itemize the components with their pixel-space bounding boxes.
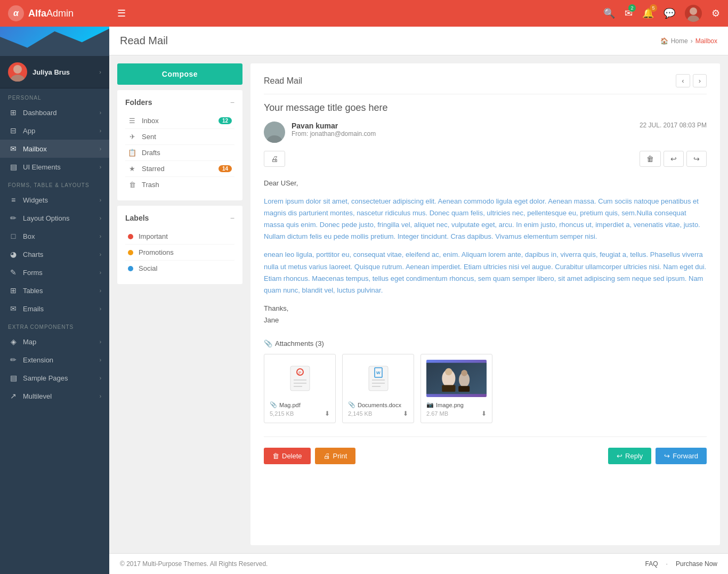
folders-title: Folders	[125, 98, 152, 107]
mailbox-icon: ✉	[8, 144, 19, 153]
mail-prev-button[interactable]: ‹	[676, 74, 690, 87]
compose-button[interactable]: Compose	[117, 63, 242, 85]
sidebar-label-app: App	[23, 127, 100, 135]
folders-toggle[interactable]: −	[230, 98, 234, 107]
sidebar-item-layout[interactable]: ✏ Layout Options ›	[0, 209, 109, 227]
attachments-section: 📎 Attachments (3)	[264, 339, 707, 423]
sidebar-item-mailbox[interactable]: ✉ Mailbox ›	[0, 140, 109, 158]
svg-point-2	[13, 65, 22, 74]
dashboard-icon: ⊞	[8, 108, 19, 117]
attachment-doc[interactable]: W 📎 Documents.docx 2,145 KB ⬇	[342, 354, 414, 423]
sidebar-item-ui-elements[interactable]: ▤ UI Elements ›	[0, 158, 109, 176]
attachment-img[interactable]: 📷 Image.png 2.67 MB ⬇	[420, 354, 492, 423]
starred-icon: ★	[128, 165, 136, 173]
forward-icon-button[interactable]: ↪	[686, 151, 707, 167]
mail-greeting: Dear USer,	[264, 177, 707, 189]
layout-icon: ✏	[8, 214, 19, 222]
attachment-pdf[interactable]: P 📎 Mag.pdf 5,215 KB ⬇	[264, 354, 336, 423]
attachments-header: 📎 Attachments (3)	[264, 339, 707, 347]
pdf-size-row: 5,215 KB ⬇	[270, 410, 330, 417]
sidebar-item-map[interactable]: ◈ Map ›	[0, 333, 109, 351]
print-icon-button[interactable]: 🖨	[264, 151, 285, 167]
sidebar-item-tables[interactable]: ⊞ Tables ›	[0, 281, 109, 300]
purchase-link[interactable]: Purchase Now	[676, 560, 717, 568]
sender-email-address: jonathan@domain.com	[310, 130, 376, 138]
sidebar-item-widgets[interactable]: ≡ Widgets ›	[0, 191, 109, 209]
label-social[interactable]: Social	[125, 261, 234, 276]
sidebar-item-forms[interactable]: ✎ Forms ›	[0, 263, 109, 281]
breadcrumb-current: Mailbox	[695, 37, 717, 45]
mail-footer-actions: 🗑 Delete 🖨 Print ↩ Reply	[264, 436, 707, 464]
paperclip-icon: 📎	[264, 339, 272, 347]
print-button[interactable]: 🖨 Print	[315, 448, 356, 464]
folder-trash[interactable]: 🗑 Trash	[125, 177, 234, 192]
forward-button[interactable]: ↪ Forward	[656, 448, 707, 464]
starred-badge: 14	[219, 165, 232, 172]
widgets-icon: ≡	[8, 196, 19, 204]
pdf-download-icon[interactable]: ⬇	[325, 410, 330, 417]
folder-starred[interactable]: ★ Starred 14	[125, 161, 234, 177]
sidebar-item-dashboard[interactable]: ⊞ Dashboard ›	[0, 103, 109, 122]
sidebar-item-extension[interactable]: ✏ Extension ›	[0, 351, 109, 369]
folder-inbox-label: Inbox	[142, 117, 219, 125]
social-dot	[128, 266, 133, 271]
labels-panel: Labels − Important Promotions Social	[117, 206, 242, 284]
sidebar-label-extension: Extension	[23, 356, 100, 364]
mail-date: 22 JUL. 2017 08:03 PM	[640, 122, 707, 129]
user-avatar-top[interactable]	[685, 5, 702, 22]
reply-icon-button[interactable]: ↩	[664, 151, 684, 167]
chevron-right-icon: ›	[100, 339, 101, 345]
label-important[interactable]: Important	[125, 229, 234, 245]
doc-download-icon[interactable]: ⬇	[403, 410, 408, 417]
svg-rect-13	[369, 366, 388, 391]
svg-point-3	[11, 75, 25, 82]
sidebar-item-emails[interactable]: ✉ Emails ›	[0, 300, 109, 318]
multilevel-icon: ↗	[8, 392, 19, 400]
faq-link[interactable]: FAQ	[645, 560, 658, 568]
svg-point-4	[270, 125, 279, 134]
sidebar-item-multilevel[interactable]: ↗ Multilevel ›	[0, 387, 109, 405]
settings-nav-icon[interactable]: ⚙	[711, 7, 720, 19]
folder-drafts-label: Drafts	[142, 149, 232, 157]
charts-icon: ◕	[8, 250, 19, 258]
brand-name-bold: Alfa	[28, 8, 46, 19]
sidebar-label-mailbox: Mailbox	[23, 145, 100, 153]
folder-inbox[interactable]: ☰ Inbox 12	[125, 113, 234, 129]
folder-sent[interactable]: ✈ Sent	[125, 129, 234, 145]
copyright-text: © 2017 Multi-Purpose Themes. All Rights …	[120, 560, 268, 568]
signature-thanks: Thanks,	[264, 303, 707, 314]
mail-next-button[interactable]: ›	[693, 74, 707, 87]
labels-toggle[interactable]: −	[230, 214, 234, 222]
sender-info: Pavan kumar From: jonathan@domain.com	[292, 122, 376, 138]
labels-title: Labels	[125, 214, 149, 222]
sidebar-avatar	[8, 62, 27, 82]
sidebar-item-sample-pages[interactable]: ▤ Sample Pages ›	[0, 369, 109, 387]
chat-nav-icon[interactable]: 💬	[664, 7, 675, 19]
sidebar-item-box[interactable]: □ Box ›	[0, 227, 109, 245]
sidebar-label-layout: Layout Options	[23, 214, 100, 222]
folder-drafts[interactable]: 📋 Drafts	[125, 145, 234, 161]
img-download-icon[interactable]: ⬇	[481, 410, 487, 417]
delete-icon-button[interactable]: 🗑	[640, 151, 661, 167]
forms-icon: ✎	[8, 268, 19, 277]
label-promotions[interactable]: Promotions	[125, 245, 234, 261]
bell-nav-icon[interactable]: 🔔 5	[642, 7, 654, 19]
attachments-label: Attachments (3)	[275, 339, 324, 347]
chevron-right-icon: ›	[100, 110, 101, 116]
mail-nav-icon[interactable]: ✉ 2	[625, 7, 633, 19]
hamburger-button[interactable]: ☰	[117, 7, 126, 19]
reply-button[interactable]: ↩ Reply	[608, 448, 651, 464]
sidebar-item-app[interactable]: ⊟ App ›	[0, 122, 109, 140]
app-icon: ⊟	[8, 126, 19, 135]
sidebar-label-tables: Tables	[23, 287, 100, 295]
search-nav-icon[interactable]: 🔍	[603, 7, 615, 19]
sidebar-user[interactable]: Juliya Brus ›	[0, 56, 109, 88]
mail-body: Dear USer, Lorem ipsum dolor sit amet, c…	[264, 177, 707, 326]
pdf-icon: P	[270, 360, 330, 397]
chevron-right-icon: ›	[100, 146, 101, 152]
sidebar-label-charts: Charts	[23, 250, 100, 258]
paperclip-small-icon: 📎	[270, 401, 277, 408]
folders-header: Folders −	[125, 98, 234, 107]
delete-button[interactable]: 🗑 Delete	[264, 448, 311, 464]
sidebar-item-charts[interactable]: ◕ Charts ›	[0, 245, 109, 263]
